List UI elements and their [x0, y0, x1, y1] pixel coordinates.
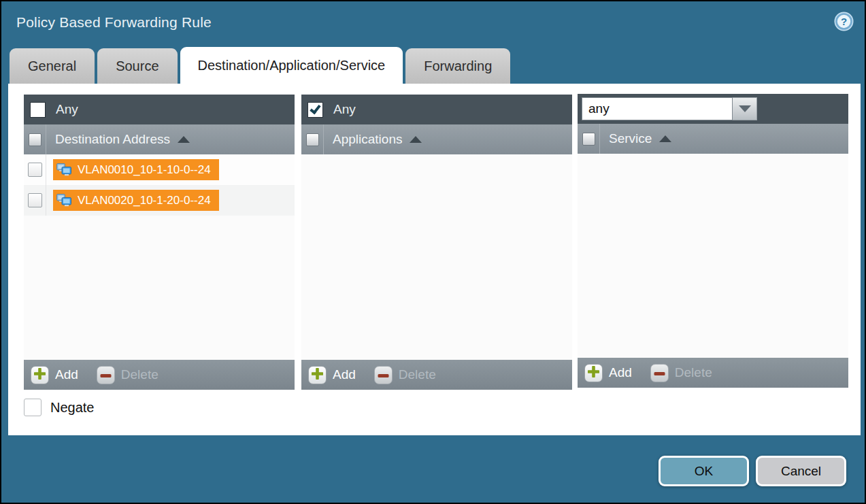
- plus-icon: [34, 368, 46, 382]
- delete-button-label: Delete: [675, 365, 712, 380]
- negate-row: Negate: [24, 399, 95, 416]
- destination-sort-header[interactable]: Destination Address: [46, 132, 190, 147]
- delete-button[interactable]: [374, 366, 393, 384]
- destination-any-bar: Any: [24, 95, 295, 124]
- row-checkbox[interactable]: [28, 163, 42, 177]
- applications-select-all-cell: [301, 124, 324, 154]
- address-object-label: VLAN0010_10-1-10-0--24: [78, 163, 211, 177]
- service-column: any Service: [578, 94, 848, 388]
- add-button-label[interactable]: Add: [333, 367, 356, 382]
- chevron-down-icon: [739, 105, 751, 112]
- applications-header-row: Applications: [301, 124, 572, 154]
- help-question-icon: ?: [833, 22, 854, 34]
- row-checkbox-cell: [24, 154, 46, 185]
- tab-content-panel: Any Destination Address: [8, 84, 861, 435]
- cancel-button[interactable]: Cancel: [756, 456, 846, 486]
- address-network-icon: [56, 193, 73, 207]
- ok-button[interactable]: OK: [659, 456, 749, 486]
- negate-checkbox[interactable]: [24, 399, 41, 416]
- help-button[interactable]: ?: [833, 11, 854, 32]
- service-dropdown-bar: any: [578, 94, 848, 124]
- negate-label: Negate: [50, 400, 95, 416]
- row-checkbox[interactable]: [28, 193, 42, 207]
- service-select-all-cell: [578, 124, 600, 154]
- destination-any-checkbox[interactable]: [30, 102, 46, 118]
- row-checkbox-cell: [24, 185, 46, 216]
- checkmark-icon: [310, 102, 320, 114]
- policy-based-forwarding-dialog: Policy Based Forwarding Rule ? General S…: [0, 0, 866, 504]
- destination-header-label: Destination Address: [55, 132, 170, 147]
- service-select-all-checkbox[interactable]: [582, 133, 595, 146]
- service-dropdown-value[interactable]: any: [582, 97, 733, 120]
- table-row[interactable]: VLAN0010_10-1-10-0--24: [24, 154, 295, 185]
- destination-select-all-cell: [24, 124, 46, 154]
- applications-column: Any Applications Add: [301, 95, 572, 390]
- service-dropdown: any: [582, 97, 757, 120]
- address-network-icon: [56, 163, 73, 177]
- destination-footer: Add Delete: [24, 360, 295, 390]
- tab-destination-application-service[interactable]: Destination/Application/Service: [180, 47, 403, 84]
- tab-source[interactable]: Source: [97, 48, 177, 84]
- applications-any-label: Any: [333, 102, 356, 117]
- destination-header-row: Destination Address: [24, 124, 295, 154]
- destination-select-all-checkbox[interactable]: [29, 133, 41, 146]
- minus-icon: [378, 369, 389, 381]
- service-header-row: Service: [578, 124, 848, 154]
- applications-select-all-checkbox[interactable]: [306, 133, 319, 146]
- address-object-chip[interactable]: VLAN0020_10-1-20-0--24: [53, 190, 219, 211]
- plus-icon: [312, 368, 323, 382]
- service-footer: Add Delete: [578, 358, 848, 388]
- applications-header-label: Applications: [333, 132, 402, 147]
- sort-ascending-icon: [659, 135, 671, 142]
- applications-sort-header[interactable]: Applications: [324, 132, 422, 147]
- applications-list: [301, 154, 572, 360]
- service-header-label: Service: [609, 131, 652, 146]
- minus-icon: [654, 367, 665, 379]
- add-button[interactable]: [584, 364, 603, 382]
- table-row[interactable]: VLAN0020_10-1-20-0--24: [24, 185, 295, 216]
- applications-footer: Add Delete: [301, 360, 572, 390]
- address-object-label: VLAN0020_10-1-20-0--24: [78, 194, 211, 207]
- destination-address-column: Any Destination Address: [24, 95, 295, 390]
- service-sort-header[interactable]: Service: [600, 131, 671, 146]
- add-button[interactable]: [308, 366, 327, 384]
- add-button-label[interactable]: Add: [55, 367, 78, 382]
- delete-button-label: Delete: [399, 367, 436, 382]
- destination-list: VLAN0010_10-1-10-0--24: [24, 154, 295, 360]
- sort-ascending-icon: [410, 136, 422, 143]
- tab-general[interactable]: General: [10, 48, 95, 84]
- applications-any-bar: Any: [301, 95, 572, 124]
- delete-button[interactable]: [97, 366, 115, 384]
- service-dropdown-button[interactable]: [733, 97, 757, 120]
- service-list: [578, 154, 848, 358]
- add-button[interactable]: [31, 366, 49, 384]
- tab-forwarding[interactable]: Forwarding: [405, 48, 510, 84]
- destination-any-label: Any: [56, 102, 78, 117]
- svg-text:?: ?: [841, 16, 847, 27]
- sort-ascending-icon: [178, 136, 190, 143]
- delete-button-label: Delete: [121, 367, 159, 382]
- plus-icon: [588, 366, 599, 380]
- add-button-label[interactable]: Add: [609, 365, 632, 380]
- delete-button[interactable]: [650, 364, 669, 382]
- applications-any-checkbox[interactable]: [307, 102, 323, 118]
- page-title: Policy Based Forwarding Rule: [16, 14, 212, 31]
- tab-bar: General Source Destination/Application/S…: [10, 47, 510, 84]
- address-object-chip[interactable]: VLAN0010_10-1-10-0--24: [53, 159, 219, 180]
- minus-icon: [100, 369, 112, 381]
